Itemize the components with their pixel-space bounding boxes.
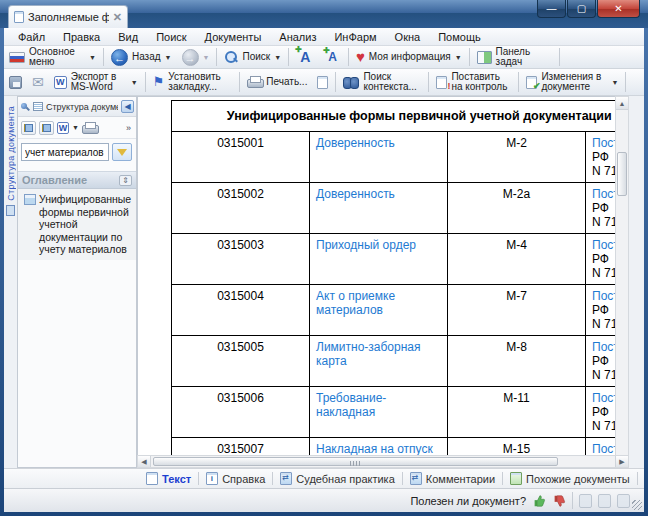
font-decrease-icon: ✚A — [324, 50, 341, 64]
put-on-control-button[interactable]: ! Поставить на контроль — [431, 69, 516, 95]
form-number: М-2 — [448, 132, 586, 183]
menu-infarm[interactable]: ИнФарм — [325, 30, 385, 44]
form-name-link[interactable]: Требование-накладная — [316, 391, 386, 419]
horizontal-scroll-thumb[interactable] — [153, 457, 558, 466]
menu-help[interactable]: Помощь — [429, 30, 490, 44]
search-button[interactable]: Поиск ▼ — [219, 46, 286, 68]
form-number: М-7 — [448, 285, 586, 336]
menu-edit[interactable]: Правка — [54, 30, 109, 44]
chevron-down-icon: ▼ — [203, 54, 210, 61]
vertical-scroll-thumb[interactable] — [617, 152, 627, 196]
print-button[interactable]: Печать... — [242, 69, 312, 95]
collapse-tree-button[interactable] — [39, 121, 54, 135]
send-mail-button[interactable]: ✉ — [27, 69, 49, 95]
app-window: Заполняемые формы п... ✕ — ▢ ✕ Файл Прав… — [0, 0, 648, 516]
menu-bar: Файл Правка Вид Поиск Документы Анализ И… — [4, 28, 644, 46]
structure-vertical-tab-label: Структура документа — [6, 106, 16, 201]
scroll-right-icon[interactable]: ▶ — [615, 456, 628, 467]
document-view-button[interactable] — [312, 69, 333, 95]
action-icon[interactable] — [598, 494, 611, 508]
structure-tab-icon — [6, 205, 15, 216]
back-button[interactable]: ← Назад ▼ — [106, 46, 177, 68]
toolbar-overflow-button[interactable]: » — [126, 123, 133, 133]
action-icon[interactable] — [617, 494, 630, 508]
structure-vertical-tab[interactable]: Структура документа — [4, 106, 17, 256]
document-view[interactable]: Унифицированные формы первичной учетной … — [137, 96, 629, 456]
minimize-button[interactable]: — — [537, 0, 566, 18]
toc-tree-item[interactable]: Унифицированные формы первичной учетной … — [18, 189, 136, 260]
font-increase-icon: ✚A — [296, 49, 314, 65]
window-controls: — ▢ ✕ — [536, 0, 640, 18]
main-menu-button[interactable]: Основное меню ▼ — [4, 46, 101, 68]
scroll-left-icon[interactable]: ◀ — [138, 456, 151, 467]
expand-tree-button[interactable] — [21, 121, 36, 135]
task-panel-button[interactable]: Панель задач — [472, 46, 557, 68]
horizontal-scrollbar[interactable]: ◀ ▶ — [137, 455, 629, 468]
structure-search-input[interactable] — [21, 143, 109, 161]
form-name-link[interactable]: Акт о приемке материалов — [316, 289, 395, 317]
my-information-button[interactable]: ♥ Моя информация ▼ — [351, 46, 467, 68]
tab-court-practice[interactable]: Судебная практика — [273, 469, 401, 488]
menu-view[interactable]: Вид — [109, 30, 147, 44]
document-changes-button[interactable]: ✔ Изменения в документе ▼ — [521, 69, 623, 95]
tab-text[interactable]: Текст — [139, 469, 198, 488]
document-tab[interactable]: Заполняемые формы п... ✕ — [8, 5, 128, 28]
control-warning-icon: ! — [436, 76, 447, 89]
tab-close-icon[interactable]: ✕ — [113, 11, 122, 24]
collapse-panel-button[interactable]: ◀ — [121, 100, 134, 113]
form-name-link[interactable]: Доверенность — [316, 136, 395, 150]
close-button[interactable]: ✕ — [597, 0, 640, 18]
action-icon[interactable] — [579, 494, 592, 508]
set-bookmark-button[interactable]: ⚑ Установить закладку... — [148, 69, 238, 95]
toc-header[interactable]: Оглавление ⇕ — [18, 171, 136, 189]
status-bar: Полезен ли документ? — [4, 488, 644, 512]
back-icon: ← — [111, 49, 128, 66]
menu-analysis[interactable]: Анализ — [270, 30, 325, 44]
form-name-link[interactable]: Лимитно-заборная карта — [316, 340, 421, 368]
pin-icon[interactable] — [20, 102, 30, 112]
maximize-button[interactable]: ▢ — [567, 0, 596, 18]
form-number: М-2а — [448, 183, 586, 234]
form-code: 0315005 — [172, 336, 310, 387]
tab-comments[interactable]: Комментарии — [403, 469, 502, 488]
word-export-small-button[interactable]: W — [57, 122, 69, 134]
table-row: 0315007 Накладная на отпуск материалов н… — [172, 438, 630, 457]
filter-button[interactable] — [112, 143, 132, 161]
form-name-link[interactable]: Доверенность — [316, 187, 395, 201]
thumb-up-icon[interactable] — [532, 494, 546, 508]
help-tab-icon — [206, 472, 218, 485]
toc-sort-icon[interactable]: ⇕ — [119, 175, 132, 186]
task-panel-label: Панель задач — [496, 47, 552, 67]
thumb-down-icon[interactable] — [552, 494, 566, 508]
forward-button[interactable]: → ▼ — [177, 46, 215, 68]
menu-file[interactable]: Файл — [9, 30, 54, 44]
form-number: М-8 — [448, 336, 586, 387]
document-changes-label: Изменения в документе — [541, 72, 607, 92]
export-word-button[interactable]: W Экспорт в MS-Word ▼ — [49, 69, 143, 95]
chevron-down-icon[interactable]: ▼ — [72, 124, 79, 131]
chevron-down-icon: ▼ — [131, 79, 138, 86]
form-code: 0315004 — [172, 285, 310, 336]
resize-grip[interactable] — [632, 500, 642, 510]
tab-similar-documents[interactable]: Похожие документы — [503, 469, 637, 488]
envelope-icon: ✉ — [32, 76, 44, 88]
menu-documents[interactable]: Документы — [196, 30, 271, 44]
tab-help[interactable]: Справка — [199, 469, 272, 488]
save-button[interactable] — [4, 69, 27, 95]
print-small-button[interactable] — [82, 122, 97, 134]
menu-windows[interactable]: Окна — [386, 30, 430, 44]
vertical-scrollbar[interactable]: ▲ ▼ — [615, 96, 629, 486]
print-label: Печать... — [266, 77, 307, 87]
heart-icon: ♥ — [356, 51, 365, 63]
font-increase-button[interactable]: ✚A — [291, 46, 319, 68]
menu-search[interactable]: Поиск — [147, 30, 195, 44]
form-name-link[interactable]: Накладная на отпуск материалов на сторон… — [316, 442, 433, 456]
context-search-button[interactable]: Поиск контекста... — [338, 69, 426, 95]
form-code: 0315007 — [172, 438, 310, 457]
form-name-link[interactable]: Приходный ордер — [316, 238, 416, 252]
font-decrease-button[interactable]: ✚A — [319, 46, 346, 68]
ms-word-icon: W — [54, 76, 67, 89]
toc-node-icon — [24, 194, 36, 205]
scroll-up-icon[interactable]: ▲ — [616, 97, 628, 110]
court-practice-tab-icon — [280, 472, 292, 485]
